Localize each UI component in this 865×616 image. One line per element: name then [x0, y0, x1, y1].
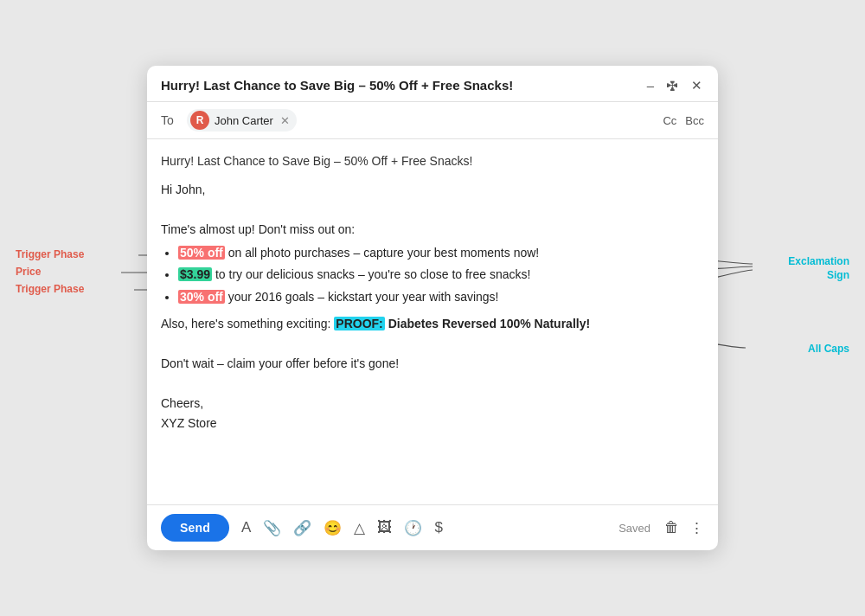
- highlight-50off: 50% off: [178, 246, 225, 260]
- subject-line: Hurry! Last Chance to Save Big – 50% Off…: [161, 151, 704, 171]
- saved-label: Saved: [618, 522, 650, 535]
- list-item: 50% off on all photo purchases – capture…: [178, 243, 704, 263]
- minimize-button[interactable]: –: [645, 79, 656, 92]
- recipient-chip[interactable]: R John Carter ✕: [187, 109, 297, 132]
- bullet-text-2: to try our delicious snacks – you're so …: [212, 267, 530, 281]
- cc-bcc-controls: Cc Bcc: [663, 114, 704, 127]
- title-bar: Hurry! Last Chance to Save Big – 50% Off…: [147, 66, 718, 102]
- toolbar: Send A 📎 🔗 😊 △ 🖼 🕐 $ Saved 🗑 ⋮: [147, 504, 718, 550]
- trash-icon[interactable]: 🗑: [664, 519, 679, 536]
- cc-button[interactable]: Cc: [663, 114, 676, 127]
- bullet-text-3: your 2016 goals – kickstart your year wi…: [225, 290, 499, 304]
- photo-icon[interactable]: 🖼: [377, 519, 392, 536]
- emoji-icon[interactable]: 😊: [324, 519, 342, 537]
- more-options-icon[interactable]: ⋮: [689, 519, 704, 537]
- highlight-30off: 30% off: [178, 290, 225, 304]
- highlight-price: $3.99: [178, 267, 212, 281]
- avatar: R: [190, 111, 209, 130]
- list-item: $3.99 to try our delicious snacks – you'…: [178, 265, 704, 285]
- link-icon[interactable]: 🔗: [293, 519, 311, 537]
- annotation-trigger-phase-1: Trigger Phase: [16, 248, 84, 260]
- dollar-icon[interactable]: $: [434, 519, 442, 536]
- greeting: Hi John,: [161, 180, 704, 200]
- to-row: To R John Carter ✕ Cc Bcc: [147, 102, 718, 139]
- proof-prefix: Also, here's something exciting:: [161, 317, 334, 330]
- list-item: 30% off your 2016 goals – kickstart your…: [178, 287, 704, 307]
- intro: Time's almost up! Don't miss out on:: [161, 220, 704, 240]
- remove-recipient-button[interactable]: ✕: [280, 114, 290, 127]
- annotation-all-caps: All Caps: [808, 343, 849, 355]
- sign-off: Cheers,: [161, 394, 704, 414]
- window-controls: – ⧾ ✕: [645, 79, 704, 92]
- email-compose-window: Hurry! Last Chance to Save Big – 50% Off…: [147, 66, 718, 550]
- schedule-icon[interactable]: 🕐: [404, 519, 422, 537]
- send-button[interactable]: Send: [161, 514, 229, 542]
- to-label: To: [161, 113, 178, 127]
- attach-icon[interactable]: 📎: [263, 519, 281, 537]
- body-text: Hi John, Time's almost up! Don't miss ou…: [161, 180, 704, 433]
- bullet-text-1: on all photo purchases – capture your be…: [225, 246, 539, 260]
- format-text-icon[interactable]: A: [241, 519, 251, 536]
- bullet-list: 50% off on all photo purchases – capture…: [178, 243, 704, 306]
- sender-name: XYZ Store: [161, 414, 704, 433]
- expand-button[interactable]: ⧾: [664, 79, 681, 92]
- window-title: Hurry! Last Chance to Save Big – 50% Off…: [161, 78, 513, 93]
- close-button[interactable]: ✕: [689, 79, 704, 92]
- annotation-trigger-phase-2: Trigger Phase: [16, 283, 84, 295]
- annotation-price: Price: [16, 266, 41, 278]
- drive-icon[interactable]: △: [354, 519, 365, 537]
- annotation-exclamation-sign: ExclamationSign: [788, 255, 849, 282]
- toolbar-right: Saved 🗑 ⋮: [618, 519, 704, 537]
- bcc-button[interactable]: Bcc: [685, 114, 704, 127]
- proof-line: Also, here's something exciting: PROOF: …: [161, 314, 704, 334]
- email-body[interactable]: Hurry! Last Chance to Save Big – 50% Off…: [147, 139, 718, 504]
- closing-line: Don't wait – claim your offer before it'…: [161, 354, 704, 374]
- proof-rest: Diabetes Reversed 100% Naturally!: [385, 317, 590, 330]
- recipient-name: John Carter: [215, 114, 273, 127]
- highlight-proof: PROOF:: [334, 317, 384, 330]
